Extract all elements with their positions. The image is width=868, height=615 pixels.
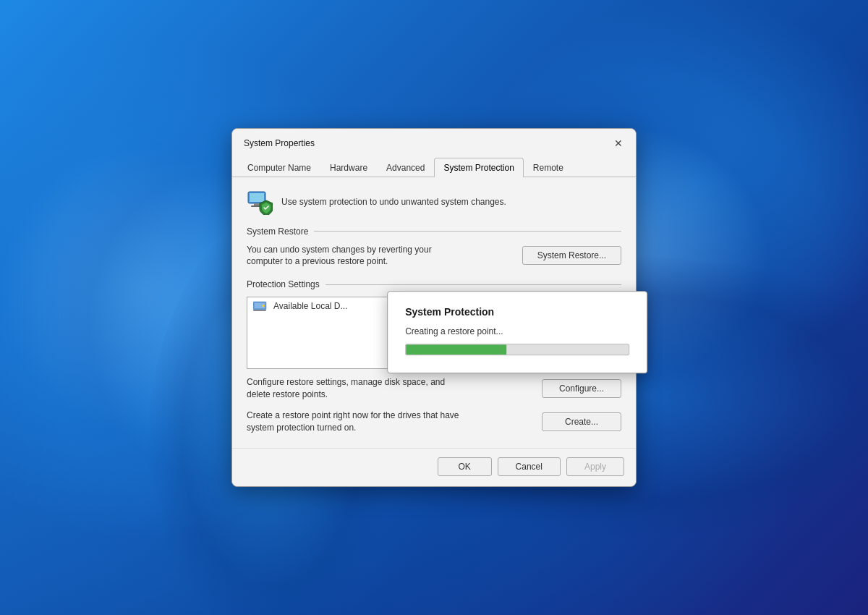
dialog-footer: OK Cancel Apply: [232, 448, 636, 486]
ok-button[interactable]: OK: [438, 457, 492, 476]
svg-point-7: [263, 305, 265, 307]
cancel-button[interactable]: Cancel: [498, 457, 561, 476]
dialog-backdrop: System Properties ✕ Computer Name Hardwa…: [0, 0, 868, 615]
tab-computer-name[interactable]: Computer Name: [238, 158, 320, 177]
tabs-bar: Computer Name Hardware Advanced System P…: [232, 158, 636, 177]
tab-remote[interactable]: Remote: [524, 158, 573, 177]
header-description: Use system protection to undo unwanted s…: [281, 197, 506, 207]
section-divider: [314, 231, 621, 232]
create-section: Create a restore point right now for the…: [247, 410, 621, 434]
drive-label: Available Local D...: [273, 301, 348, 311]
create-button[interactable]: Create...: [542, 412, 621, 431]
dialog-title: System Properties: [244, 138, 315, 148]
protection-settings-label: Protection Settings: [247, 279, 320, 289]
system-restore-header: System Restore: [247, 226, 621, 237]
configure-section: Configure restore settings, manage disk …: [247, 376, 621, 401]
progress-message: Creating a restore point...: [405, 326, 629, 336]
protection-section-divider: [326, 284, 621, 285]
system-restore-button[interactable]: System Restore...: [522, 246, 621, 265]
computer-shield-icon: [247, 189, 273, 215]
tab-advanced[interactable]: Advanced: [377, 158, 434, 177]
system-restore-label: System Restore: [247, 226, 308, 237]
drive-icon: [253, 300, 268, 312]
system-properties-dialog: System Properties ✕ Computer Name Hardwa…: [231, 128, 637, 488]
create-description: Create a restore point right now for the…: [247, 410, 471, 434]
close-button[interactable]: ✕: [610, 135, 627, 152]
svg-rect-2: [254, 203, 260, 205]
configure-button[interactable]: Configure...: [542, 379, 621, 398]
apply-button[interactable]: Apply: [566, 457, 624, 476]
tab-system-protection[interactable]: System Protection: [434, 158, 523, 177]
dialog-titlebar: System Properties ✕: [232, 129, 636, 158]
svg-rect-6: [253, 310, 266, 311]
restore-description: You can undo system changes by reverting…: [247, 244, 449, 268]
protection-settings-header: Protection Settings: [247, 279, 621, 289]
configure-description: Configure restore settings, manage disk …: [247, 376, 471, 401]
progress-bar-container: [405, 344, 629, 355]
tab-hardware[interactable]: Hardware: [320, 158, 377, 177]
system-restore-section: You can undo system changes by reverting…: [247, 244, 621, 268]
progress-dialog-title: System Protection: [405, 306, 629, 318]
header-section: Use system protection to undo unwanted s…: [247, 189, 621, 215]
progress-dialog: System Protection Creating a restore poi…: [387, 291, 647, 373]
progress-bar-fill: [406, 344, 506, 355]
svg-rect-1: [250, 193, 264, 202]
